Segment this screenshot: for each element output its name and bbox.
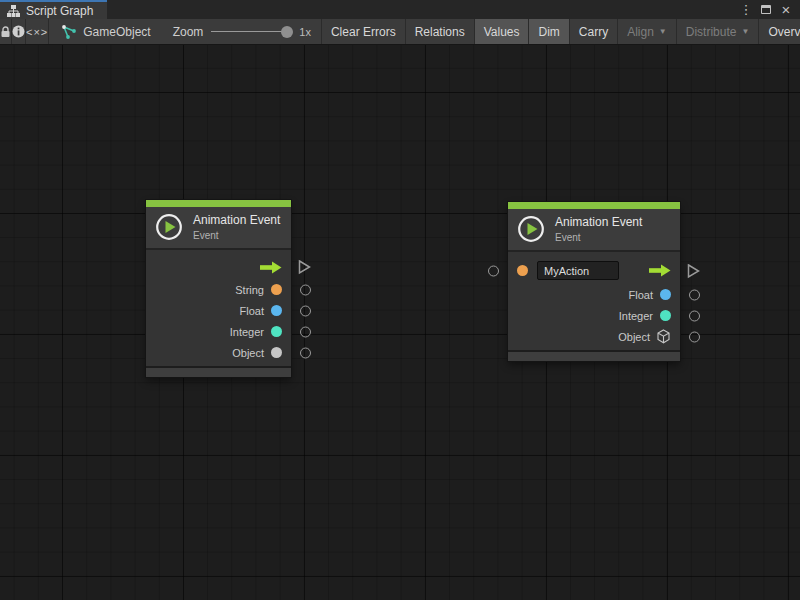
graph-pointer-icon xyxy=(62,25,77,39)
value-output-port[interactable] xyxy=(300,326,311,337)
output-row-object: Object xyxy=(146,342,291,363)
type-dot xyxy=(271,347,282,358)
port-label: Float xyxy=(240,305,264,317)
graph-canvas[interactable]: Animation EventEventStringFloatIntegerOb… xyxy=(0,45,800,600)
tab-label: Script Graph xyxy=(26,4,93,18)
object-cube-icon xyxy=(656,329,671,344)
action-name-input[interactable] xyxy=(537,261,619,280)
flow-output-row xyxy=(146,255,291,279)
value-output-port[interactable] xyxy=(689,310,700,321)
node-header[interactable]: Animation EventEvent xyxy=(146,207,291,250)
zoom-slider-track xyxy=(211,31,291,32)
toolbar-button-dim[interactable]: Dim xyxy=(529,19,569,44)
gameobject-context[interactable]: GameObject xyxy=(49,19,150,44)
toolbar-button-label: Carry xyxy=(579,25,608,39)
zoom-slider-handle[interactable] xyxy=(281,26,293,38)
play-icon xyxy=(155,213,183,241)
flow-port-icon[interactable] xyxy=(687,263,700,278)
node-body: FloatIntegerObject xyxy=(508,252,680,350)
output-row-string: String xyxy=(146,279,291,300)
tab-script-graph[interactable]: Script Graph xyxy=(0,0,107,19)
zoom-slider[interactable] xyxy=(211,25,291,39)
close-icon[interactable]: × xyxy=(778,2,794,18)
window-titlebar: Script Graph ⋮ × xyxy=(0,0,800,19)
node-footer[interactable] xyxy=(146,366,291,377)
toolbar-button-overv[interactable]: Overv xyxy=(759,19,800,44)
info-button[interactable] xyxy=(12,19,26,44)
graph-node-animation-event[interactable]: Animation EventEventStringFloatIntegerOb… xyxy=(146,200,291,377)
toolbar-button-label: Clear Errors xyxy=(331,25,396,39)
lock-button[interactable] xyxy=(0,19,12,44)
type-dot xyxy=(271,305,282,316)
flow-input-row xyxy=(508,257,680,284)
port-label: Object xyxy=(618,331,650,343)
output-row-integer: Integer xyxy=(146,321,291,342)
node-title: Animation Event xyxy=(193,213,280,227)
window-controls: ⋮ × xyxy=(738,0,800,19)
node-title: Animation Event xyxy=(555,215,642,229)
value-output-port[interactable] xyxy=(300,347,311,358)
node-subtitle: Event xyxy=(193,230,280,241)
toolbar-button-label: Relations xyxy=(415,25,465,39)
port-label: Float xyxy=(629,289,653,301)
window-menu-icon[interactable]: ⋮ xyxy=(738,2,754,18)
toolbar-button-clear-errors[interactable]: Clear Errors xyxy=(322,19,406,44)
flow-arrow-icon xyxy=(259,261,282,274)
node-accent-bar xyxy=(508,202,680,209)
toolbar-button-label: Align xyxy=(627,25,654,39)
node-accent-bar xyxy=(146,200,291,207)
output-row-object: Object xyxy=(508,326,680,347)
lock-icon xyxy=(0,26,11,38)
node-subtitle: Event xyxy=(555,232,642,243)
toolbar-button-relations[interactable]: Relations xyxy=(406,19,475,44)
chevron-down-icon: ▼ xyxy=(741,27,749,36)
value-output-port[interactable] xyxy=(300,284,311,295)
value-output-port[interactable] xyxy=(689,331,700,342)
play-icon xyxy=(517,215,545,243)
output-row-integer: Integer xyxy=(508,305,680,326)
toolbar-buttons: Clear ErrorsRelationsValuesDimCarryAlign… xyxy=(321,19,800,44)
flow-arrow-icon xyxy=(648,264,671,277)
port-label: Integer xyxy=(230,326,264,338)
toolbar-button-values[interactable]: Values xyxy=(475,19,530,44)
toolbar-button-label: Values xyxy=(484,25,520,39)
toolbar-button-label: Dim xyxy=(538,25,559,39)
angle-x-icon: <×> xyxy=(26,26,48,38)
output-row-float: Float xyxy=(146,300,291,321)
toolbar-button-align: Align▼ xyxy=(618,19,677,44)
hierarchy-graph-icon xyxy=(7,5,20,17)
type-dot xyxy=(271,284,282,295)
flow-output-port[interactable] xyxy=(687,263,700,278)
type-dot xyxy=(660,289,671,300)
graph-node-animation-event[interactable]: Animation EventEventFloatIntegerObject xyxy=(508,202,680,361)
flow-port-icon[interactable] xyxy=(298,260,311,275)
gameobject-label: GameObject xyxy=(83,25,150,39)
port-label: Object xyxy=(232,347,264,359)
zoom-label: Zoom xyxy=(173,25,204,39)
zoom-value: 1x xyxy=(299,26,311,38)
info-icon xyxy=(12,25,25,38)
string-input-dot xyxy=(517,265,528,276)
chevron-down-icon: ▼ xyxy=(659,27,667,36)
type-dot xyxy=(271,326,282,337)
code-view-button[interactable]: <×> xyxy=(26,19,49,44)
value-output-port[interactable] xyxy=(689,289,700,300)
flow-output-port[interactable] xyxy=(298,260,311,275)
zoom-control: Zoom 1x xyxy=(173,19,311,44)
graph-toolbar: <×> GameObject Zoom 1x Clear ErrorsRelat… xyxy=(0,19,800,45)
node-body: StringFloatIntegerObject xyxy=(146,250,291,366)
port-label: Integer xyxy=(619,310,653,322)
node-footer[interactable] xyxy=(508,350,680,361)
value-input-port[interactable] xyxy=(488,265,499,276)
type-dot xyxy=(660,310,671,321)
toolbar-button-distribute: Distribute▼ xyxy=(677,19,760,44)
value-output-port[interactable] xyxy=(300,305,311,316)
node-header[interactable]: Animation EventEvent xyxy=(508,209,680,252)
maximize-icon[interactable] xyxy=(758,2,774,18)
port-label: String xyxy=(235,284,264,296)
output-row-float: Float xyxy=(508,284,680,305)
toolbar-button-label: Overv xyxy=(768,25,800,39)
toolbar-button-carry[interactable]: Carry xyxy=(570,19,618,44)
toolbar-button-label: Distribute xyxy=(686,25,737,39)
